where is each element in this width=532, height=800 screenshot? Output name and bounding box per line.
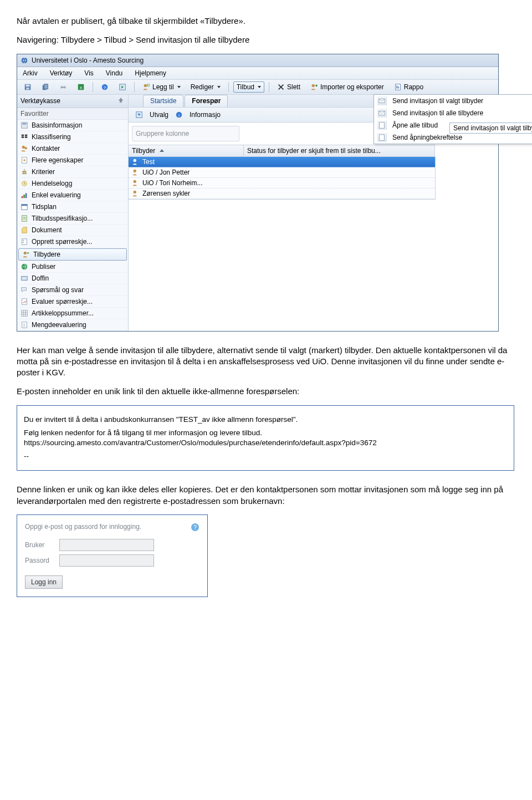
menu-vindu[interactable]: Vindu	[106, 69, 122, 77]
sidebar-item-dokument[interactable]: Dokument	[17, 225, 128, 236]
svg-rect-24	[25, 134, 27, 136]
svg-rect-22	[22, 134, 24, 136]
sidebar-item-hendelselogg[interactable]: Hendelselogg	[17, 178, 128, 190]
toolbar-forward-icon[interactable]	[115, 81, 130, 93]
svg-rect-23	[22, 136, 24, 138]
login-box: Oppgi e-post og passord for innlogging. …	[17, 514, 208, 597]
svg-text:?: ?	[193, 524, 197, 531]
grid-header-tilbyder[interactable]: Tilbyder	[129, 145, 244, 156]
help-icon[interactable]: ?	[191, 523, 200, 533]
svg-rect-35	[22, 204, 28, 206]
svg-point-51	[134, 190, 136, 193]
grid-row-zorensen[interactable]: Zørensen sykler	[129, 188, 435, 199]
svg-rect-55	[380, 134, 385, 140]
toolbar-leggtil-button[interactable]: Legg til	[139, 81, 184, 93]
sidebar-item-klassifisering[interactable]: Klassifisering	[17, 131, 128, 143]
svg-point-26	[22, 145, 25, 148]
dropdown-item-send-alle[interactable]: Send invitasjon til alle tilbydere	[374, 107, 532, 119]
sidebar-item-tilbydere[interactable]: Tilbydere	[18, 248, 127, 261]
login-button[interactable]: Logg inn	[25, 575, 63, 589]
svg-rect-20	[22, 122, 28, 128]
dropdown-item-send-valgt[interactable]: Send invitasjon til valgt tilbyder	[374, 95, 532, 107]
svg-point-49	[134, 169, 136, 172]
menubar: Arkiv Verktøy Vis Vindu Hjelpmeny	[17, 67, 498, 80]
login-user-input[interactable]	[59, 539, 154, 551]
group-column-placeholder[interactable]: Gruppere kolonne	[132, 126, 239, 141]
window-title: Universitetet i Oslo - Amesto Sourcing	[32, 57, 144, 64]
sidebar-item-tidsplan[interactable]: Tidsplan	[17, 201, 128, 213]
sort-asc-icon	[160, 149, 164, 152]
sidebar-item-basisinformasjon[interactable]: Basisinformasjon	[17, 120, 128, 131]
intro-paragraph-2: Navigering: Tilbydere > Tilbud > Send in…	[17, 34, 515, 45]
grid-body: Test UiO / Jon Petter UiO / Tori Norheim…	[129, 157, 436, 200]
sidebar-item-sporsmal-svar[interactable]: Spørsmål og svar	[17, 284, 128, 296]
sidebar-nav: Basisinformasjon Klassifisering Kontakte…	[17, 120, 128, 331]
sidebar-item-publiser[interactable]: Publiser	[17, 261, 128, 273]
doc-icon	[377, 133, 387, 142]
svg-rect-3	[26, 87, 29, 89]
subtoolbar-down-icon[interactable]	[132, 109, 146, 120]
toolbar-print-icon[interactable]	[56, 81, 70, 93]
login-pass-label: Passord	[25, 557, 54, 564]
sidebar-item-tilbudsspesifikasjon[interactable]: Tilbudsspesifikasjo...	[17, 213, 128, 225]
toolbar-tilbud-button[interactable]: Tilbud	[233, 81, 264, 93]
mid-paragraph-1: Her kan man velge å sende invitasjon til…	[17, 345, 515, 379]
email-line2: Følg lenken nedenfor for å få tilgang ti…	[24, 428, 507, 438]
window-icon	[21, 57, 28, 64]
grid-row-uio-jon[interactable]: UiO / Jon Petter	[129, 167, 435, 178]
toolbar-rediger-button[interactable]: Rediger	[187, 81, 224, 93]
tab-forespor[interactable]: Forespør	[185, 95, 228, 107]
svg-text:X: X	[79, 85, 83, 90]
grid-row-test[interactable]: Test	[129, 157, 435, 167]
subtoolbar-info-icon[interactable]: i	[172, 109, 186, 120]
toolbar-slett-button[interactable]: Slett	[274, 81, 304, 93]
svg-text:Σ: Σ	[23, 323, 26, 327]
svg-point-38	[24, 251, 27, 254]
login-user-label: Bruker	[25, 541, 54, 549]
toolbar-import-export-button[interactable]: Importer og eksporter	[307, 81, 387, 93]
svg-rect-31	[22, 196, 23, 198]
titlebar: Universitetet i Oslo - Amesto Sourcing	[17, 54, 498, 67]
toolbar-help-icon[interactable]: ?	[98, 81, 112, 93]
tab-startside[interactable]: Startside	[143, 95, 183, 107]
sidebar-item-kriterier[interactable]: Kriterier	[17, 166, 128, 178]
menu-vis[interactable]: Vis	[84, 69, 93, 77]
svg-rect-2	[26, 84, 30, 86]
subtoolbar-utvalg[interactable]: Utvalg	[150, 111, 168, 119]
grid-row-uio-tori[interactable]: UiO / Tori Norheim...	[129, 178, 435, 188]
subtoolbar-informasjo[interactable]: Informasjo	[190, 111, 221, 119]
mid-paragraph-2: E-posten inneholder en unik link til den…	[17, 386, 515, 397]
menu-hjelpmeny[interactable]: Hjelpmeny	[135, 69, 166, 77]
mail-icon	[377, 109, 387, 118]
toolbar-copy-icon[interactable]	[38, 81, 53, 93]
toolbar-rapport-button[interactable]: Rappo	[391, 81, 427, 93]
toolbar-excel-icon[interactable]: X	[74, 81, 88, 93]
login-pass-input[interactable]	[59, 554, 154, 567]
svg-rect-25	[25, 136, 27, 138]
svg-rect-36	[22, 215, 27, 221]
sidebar-item-mengdeevaluering[interactable]: ΣMengdeevaluering	[17, 319, 128, 331]
svg-text:i: i	[178, 113, 180, 118]
mail-icon	[377, 96, 387, 105]
svg-rect-18	[396, 85, 397, 88]
sidebar-item-doffin[interactable]: Doffin	[17, 273, 128, 284]
grid-header: Tilbyder Status for tilbyder er skjult f…	[129, 145, 435, 157]
login-heading: Oppgi e-post og passord for innlogging.	[25, 523, 141, 531]
svg-rect-5	[44, 84, 48, 89]
menu-verktoy[interactable]: Verktøy	[50, 69, 73, 77]
svg-rect-21	[23, 123, 27, 124]
menu-arkiv[interactable]: Arkiv	[23, 69, 38, 77]
sidebar-item-artikkeloppsummering[interactable]: Artikkeloppsummer...	[17, 308, 128, 319]
sidebar-item-kontakter[interactable]: Kontakter	[17, 143, 128, 155]
pin-icon[interactable]	[117, 96, 125, 106]
grid-header-status[interactable]: Status for tilbyder er skjult frem til s…	[244, 145, 435, 156]
dropdown-tooltip: Send invitasjon til valgt tilbyder	[449, 123, 532, 134]
svg-text:?: ?	[104, 85, 106, 90]
sidebar-item-evaluer-sporreskjema[interactable]: Evaluer spørreskje...	[17, 296, 128, 308]
sidebar-item-flere-egenskaper[interactable]: Flere egenskaper	[17, 155, 128, 166]
sidebar-item-opprett-sporreskjema[interactable]: Opprett spørreskje...	[17, 236, 128, 248]
toolbar-save-icon[interactable]	[21, 81, 35, 93]
sidebar-item-enkel-evaluering[interactable]: Enkel evaluering	[17, 190, 128, 201]
email-line4: --	[24, 451, 507, 461]
end-paragraph: Denne linken er unik og kan ikke deles e…	[17, 484, 515, 507]
